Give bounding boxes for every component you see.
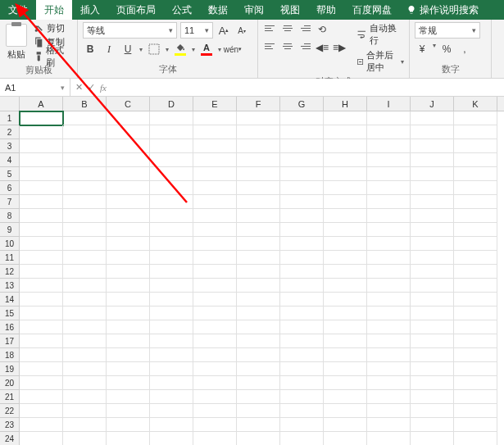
cell[interactable] — [150, 279, 193, 293]
cell[interactable] — [107, 153, 150, 167]
cell[interactable] — [280, 320, 324, 334]
cell[interactable] — [411, 251, 454, 265]
cell[interactable] — [20, 209, 63, 223]
cell[interactable] — [193, 167, 237, 181]
cell[interactable] — [20, 390, 63, 404]
cell[interactable] — [280, 181, 324, 195]
cell[interactable] — [367, 251, 411, 265]
cell[interactable] — [193, 432, 237, 445]
row-header[interactable]: 15 — [0, 307, 20, 320]
cell[interactable] — [150, 362, 193, 376]
cell[interactable] — [454, 334, 497, 348]
cell[interactable] — [454, 390, 497, 404]
cancel-formula-button[interactable]: ✕ — [75, 82, 83, 93]
row-header[interactable]: 23 — [0, 418, 20, 432]
cell[interactable] — [411, 334, 454, 348]
cell[interactable] — [324, 279, 367, 293]
cell[interactable] — [107, 195, 150, 209]
cell[interactable] — [324, 432, 367, 445]
cell[interactable] — [150, 334, 193, 348]
currency-button[interactable]: ¥ — [415, 42, 429, 57]
cell[interactable] — [63, 167, 107, 181]
cell[interactable] — [237, 181, 280, 195]
cell[interactable] — [20, 376, 63, 390]
underline-button[interactable]: U — [120, 42, 135, 57]
cell[interactable] — [107, 418, 150, 432]
cell[interactable] — [411, 418, 454, 432]
cell[interactable] — [20, 139, 63, 153]
row-header[interactable]: 17 — [0, 334, 20, 348]
cell[interactable] — [367, 153, 411, 167]
cell[interactable] — [107, 432, 150, 445]
cell[interactable] — [367, 404, 411, 418]
cell[interactable] — [150, 251, 193, 265]
cell[interactable] — [411, 348, 454, 362]
chevron-down-icon[interactable]: ▾ — [166, 46, 169, 53]
cell[interactable] — [193, 293, 237, 307]
comma-button[interactable]: , — [457, 42, 472, 57]
select-all-corner[interactable] — [0, 97, 20, 111]
menu-help[interactable]: 帮助 — [308, 0, 344, 20]
cell[interactable] — [280, 390, 324, 404]
menu-page-layout[interactable]: 页面布局 — [108, 0, 164, 20]
cell[interactable] — [107, 167, 150, 181]
column-header[interactable]: B — [63, 97, 107, 111]
cell[interactable] — [324, 237, 367, 251]
cell[interactable] — [107, 111, 150, 125]
cell[interactable] — [107, 237, 150, 251]
row-header[interactable]: 21 — [0, 390, 20, 404]
cell[interactable] — [411, 376, 454, 390]
font-color-button[interactable]: A — [199, 43, 214, 56]
cell[interactable] — [107, 320, 150, 334]
cell[interactable] — [20, 362, 63, 376]
cell[interactable] — [107, 223, 150, 237]
cell[interactable] — [237, 390, 280, 404]
cell[interactable] — [107, 404, 150, 418]
cell[interactable] — [411, 362, 454, 376]
cell[interactable] — [20, 279, 63, 293]
cell[interactable] — [324, 418, 367, 432]
cell[interactable] — [280, 139, 324, 153]
cell[interactable] — [150, 348, 193, 362]
cell[interactable] — [324, 362, 367, 376]
cell[interactable] — [63, 251, 107, 265]
cell[interactable] — [324, 125, 367, 139]
cell[interactable] — [411, 181, 454, 195]
cell[interactable] — [20, 223, 63, 237]
decrease-font-button[interactable]: A▾ — [234, 23, 249, 38]
cell[interactable] — [454, 293, 497, 307]
cell[interactable] — [367, 348, 411, 362]
cell[interactable] — [237, 153, 280, 167]
row-header[interactable]: 24 — [0, 432, 20, 445]
cell[interactable] — [367, 334, 411, 348]
align-bottom-button[interactable] — [297, 22, 312, 34]
cell[interactable] — [367, 376, 411, 390]
italic-button[interactable]: I — [102, 42, 116, 57]
cell[interactable] — [150, 139, 193, 153]
cell[interactable] — [107, 139, 150, 153]
cell[interactable] — [454, 139, 497, 153]
cell[interactable] — [193, 362, 237, 376]
cell[interactable] — [411, 404, 454, 418]
cell[interactable] — [63, 334, 107, 348]
menu-insert[interactable]: 插入 — [72, 0, 108, 20]
cell[interactable] — [454, 279, 497, 293]
cell[interactable] — [454, 223, 497, 237]
cell[interactable] — [193, 181, 237, 195]
cell[interactable] — [454, 348, 497, 362]
align-middle-button[interactable] — [280, 22, 295, 34]
cell[interactable] — [280, 167, 324, 181]
cell[interactable] — [237, 279, 280, 293]
cell[interactable] — [63, 237, 107, 251]
cell[interactable] — [454, 404, 497, 418]
increase-indent-button[interactable]: ≡▶ — [332, 40, 347, 55]
cell[interactable] — [20, 334, 63, 348]
cell[interactable] — [454, 265, 497, 279]
cell[interactable] — [237, 237, 280, 251]
phonetic-button[interactable]: wén▾ — [225, 42, 240, 57]
cell[interactable] — [63, 195, 107, 209]
chevron-down-icon[interactable]: ▾ — [218, 46, 221, 53]
fill-color-button[interactable] — [173, 43, 188, 56]
cell[interactable] — [63, 362, 107, 376]
cell[interactable] — [411, 223, 454, 237]
